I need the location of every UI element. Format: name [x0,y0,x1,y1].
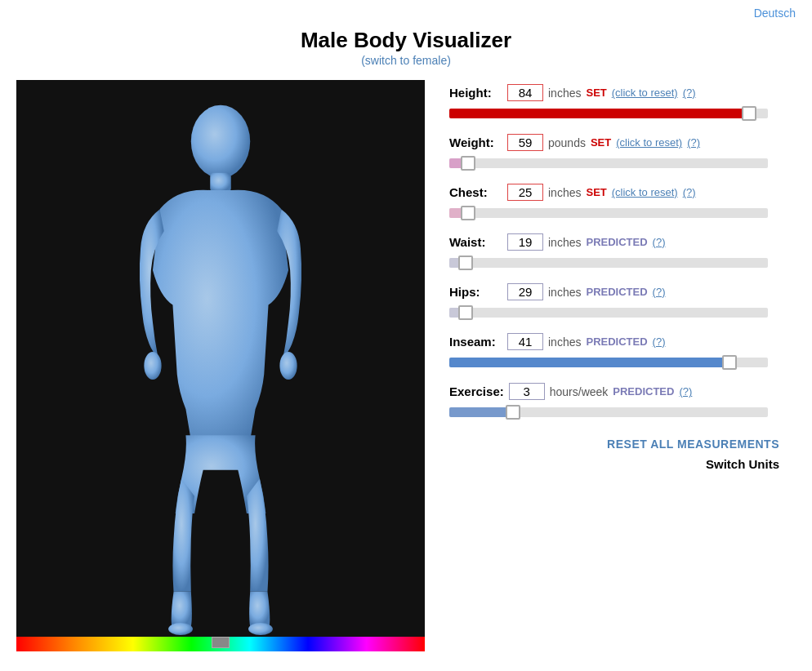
switch-gender-link[interactable]: (switch to female) [361,54,451,67]
slider-container-hips[interactable] [449,304,787,322]
top-bar: Deutsch [0,0,812,20]
label-row-chest: Chest: inches SET (click to reset) (?) [449,184,787,201]
figure-indicator[interactable] [212,637,230,648]
measurement-row-chest: Chest: inches SET (click to reset) (?) [449,184,787,222]
measurements-container: Height: inches SET (click to reset) (?) … [449,84,787,421]
slider-fill-height [449,109,749,118]
status-set-weight: SET [591,136,611,149]
unit-exercise: hours/week [550,385,609,398]
page-title: Male Body Visualizer [0,28,812,53]
help-link-chest[interactable]: (?) [683,186,696,198]
unit-weight: pounds [548,136,586,149]
unit-waist: inches [548,236,581,249]
slider-track-exercise[interactable] [449,407,768,417]
measurement-row-hips: Hips: inches PREDICTED (?) [449,283,787,322]
status-set-chest: SET [586,186,606,198]
value-input-waist[interactable] [507,233,543,251]
reset-link-weight[interactable]: (click to reset) [616,136,682,149]
value-input-inseam[interactable] [507,333,543,350]
label-row-waist: Waist: inches PREDICTED (?) [449,233,787,251]
slider-fill-exercise [449,407,513,417]
page-header: Male Body Visualizer (switch to female) [0,20,812,72]
value-input-exercise[interactable] [509,383,545,400]
status-predicted-waist: PREDICTED [586,236,647,248]
unit-height: inches [548,87,581,100]
body-svg [90,96,351,635]
label-row-inseam: Inseam: inches PREDICTED (?) [449,333,787,350]
measurement-row-inseam: Inseam: inches PREDICTED (?) [449,333,787,371]
help-link-exercise[interactable]: (?) [679,385,692,398]
status-set-height: SET [586,87,606,99]
name-hips: Hips: [449,285,502,299]
name-exercise: Exercise: [449,384,504,398]
svg-point-5 [248,623,273,635]
name-weight: Weight: [449,136,502,149]
slider-track-weight[interactable] [449,158,768,168]
slider-container-height[interactable] [449,104,787,122]
slider-thumb-inseam[interactable] [722,355,737,370]
slider-track-hips[interactable] [449,308,768,318]
measurement-row-exercise: Exercise: hours/week PREDICTED (?) [449,383,787,421]
help-link-height[interactable]: (?) [683,87,696,99]
slider-fill-inseam [449,358,729,367]
name-height: Height: [449,86,502,100]
svg-point-3 [279,352,297,380]
name-inseam: Inseam: [449,335,502,349]
reset-link-chest[interactable]: (click to reset) [612,186,678,198]
slider-track-inseam[interactable] [449,358,768,367]
slider-container-waist[interactable] [449,254,787,272]
slider-thumb-chest[interactable] [461,206,475,220]
name-waist: Waist: [449,235,502,249]
svg-point-4 [168,623,193,635]
slider-thumb-hips[interactable] [458,305,473,320]
language-link[interactable]: Deutsch [754,7,796,20]
name-chest: Chest: [449,185,502,199]
label-row-exercise: Exercise: hours/week PREDICTED (?) [449,383,787,400]
unit-chest: inches [548,186,581,199]
slider-track-waist[interactable] [449,258,768,268]
label-row-weight: Weight: pounds SET (click to reset) (?) [449,134,787,151]
label-row-hips: Hips: inches PREDICTED (?) [449,283,787,300]
slider-container-weight[interactable] [449,154,787,172]
value-input-hips[interactable] [507,283,543,300]
slider-thumb-height[interactable] [742,106,756,121]
slider-thumb-weight[interactable] [461,156,475,171]
measurement-row-weight: Weight: pounds SET (click to reset) (?) [449,134,787,172]
slider-container-inseam[interactable] [449,353,787,371]
main-content: Height: inches SET (click to reset) (?) … [0,72,812,660]
svg-point-0 [191,105,250,178]
help-link-weight[interactable]: (?) [687,136,700,149]
switch-units-button[interactable]: Switch Units [706,457,779,471]
slider-track-chest[interactable] [449,208,768,218]
bottom-controls: RESET ALL MEASUREMENTS Switch Units [449,438,787,471]
measurement-row-height: Height: inches SET (click to reset) (?) [449,84,787,122]
slider-container-chest[interactable] [449,204,787,222]
unit-inseam: inches [548,336,581,349]
unit-hips: inches [548,286,581,299]
slider-thumb-exercise[interactable] [506,405,520,420]
slider-thumb-waist[interactable] [458,256,473,270]
reset-all-button[interactable]: RESET ALL MEASUREMENTS [607,438,779,451]
controls-panel: Height: inches SET (click to reset) (?) … [441,80,796,651]
svg-point-2 [144,352,161,380]
value-input-height[interactable] [507,84,543,101]
help-link-inseam[interactable]: (?) [653,336,666,348]
measurement-row-waist: Waist: inches PREDICTED (?) [449,233,787,272]
status-predicted-exercise: PREDICTED [613,385,674,398]
help-link-hips[interactable]: (?) [653,286,666,298]
svg-rect-1 [210,173,231,192]
body-figure [16,80,425,651]
slider-container-exercise[interactable] [449,403,787,421]
status-predicted-inseam: PREDICTED [586,336,647,348]
body-visualizer [16,80,425,651]
reset-link-height[interactable]: (click to reset) [612,87,678,99]
slider-track-height[interactable] [449,109,768,118]
label-row-height: Height: inches SET (click to reset) (?) [449,84,787,101]
value-input-weight[interactable] [507,134,543,151]
help-link-waist[interactable]: (?) [653,236,666,248]
status-predicted-hips: PREDICTED [586,286,647,298]
value-input-chest[interactable] [507,184,543,201]
